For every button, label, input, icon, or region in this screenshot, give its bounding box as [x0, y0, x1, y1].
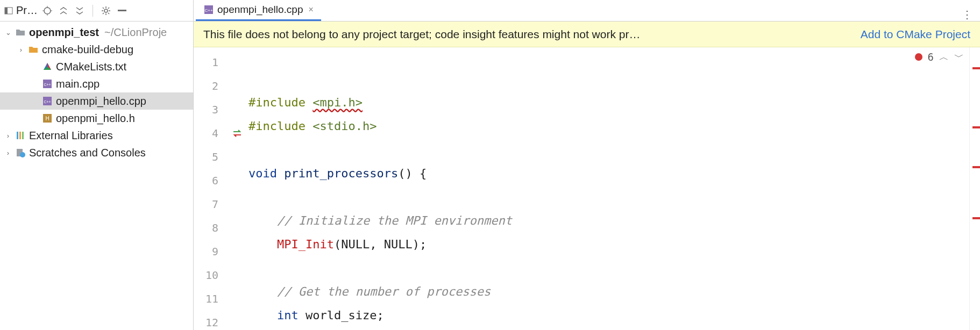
tree-arrow-icon[interactable]: ›	[17, 46, 25, 54]
code-line[interactable]	[248, 138, 969, 162]
error-marker[interactable]	[972, 67, 980, 69]
svg-rect-18	[17, 132, 18, 139]
tree-node-scratch[interactable]: ›Scratches and Consoles	[0, 144, 193, 161]
cpp-icon: C++	[42, 96, 53, 106]
tree-node-label: openpmi_hello.h	[56, 112, 135, 125]
error-marker[interactable]	[972, 217, 980, 219]
code-line[interactable]: int world_size;	[248, 304, 969, 327]
close-tab-icon[interactable]: ×	[309, 5, 314, 15]
next-highlight-icon[interactable]: ﹀	[954, 51, 964, 63]
code-line[interactable]: #include <stdio.h>	[248, 114, 969, 138]
line-number: 3	[194, 98, 226, 121]
tree-node-extlib[interactable]: ›External Libraries	[0, 127, 193, 144]
tab-overflow-menu-icon[interactable]: ⋮	[954, 8, 980, 21]
error-marker[interactable]	[972, 126, 980, 128]
toolbar-divider	[93, 5, 93, 17]
code-line[interactable]	[248, 256, 969, 280]
error-indicator-icon	[915, 53, 922, 61]
gutter-icon-slot	[226, 311, 248, 330]
locate-icon[interactable]	[42, 5, 53, 16]
gutter-icon-slot	[226, 287, 248, 311]
code-line[interactable]: void print_processors() {	[248, 162, 969, 185]
cmake-icon	[42, 61, 53, 72]
code-line[interactable]: #include <mpi.h>	[248, 91, 969, 114]
svg-point-7	[104, 9, 108, 12]
folder-icon	[15, 27, 26, 38]
svg-text:H: H	[45, 116, 49, 121]
folder-open-icon	[28, 44, 39, 55]
code-content[interactable]: 6 ︿ ﹀ #include <mpi.h>#include <stdio.h>…	[248, 47, 969, 330]
tree-node-cmakelists[interactable]: CMakeLists.txt	[0, 58, 193, 75]
tree-node-builddir[interactable]: ›cmake-build-debug	[0, 41, 193, 58]
project-title: Pr…	[3, 4, 38, 17]
hide-icon[interactable]	[117, 5, 127, 16]
svg-text:C++: C++	[204, 8, 212, 13]
line-number: 2	[194, 74, 226, 98]
line-number: 1	[194, 51, 226, 74]
tree-arrow-icon[interactable]: ⌄	[4, 28, 12, 37]
gutter-icon-slot	[226, 98, 248, 121]
tree-node-hellocpp[interactable]: C++openmpi_hello.cpp	[0, 92, 193, 110]
notification-action-link[interactable]: Add to CMake Project	[861, 28, 970, 41]
gutter-icon-slot	[226, 169, 248, 192]
tree-node-label: cmake-build-debug	[42, 44, 133, 56]
editor-notification-bar: This file does not belong to any project…	[194, 21, 980, 47]
line-number: 6	[194, 169, 226, 192]
tree-arrow-icon[interactable]: ›	[4, 149, 12, 157]
editor-area: C++ openmpi_hello.cpp × ⋮ This file does…	[194, 0, 980, 330]
tree-node-root[interactable]: ⌄openmpi_test~/CLionProje	[0, 24, 193, 41]
collapse-all-icon[interactable]	[74, 5, 85, 16]
code-line[interactable]: // Get the number of processes	[248, 280, 969, 304]
gutter-icon-slot	[226, 216, 248, 240]
editor-tab[interactable]: C++ openmpi_hello.cpp ×	[196, 0, 321, 21]
svg-point-2	[44, 8, 51, 14]
svg-text:C++: C++	[44, 83, 51, 87]
tree-node-helloh[interactable]: Hopenpmi_hello.h	[0, 110, 193, 127]
libs-icon	[15, 130, 26, 141]
gutter-icon-slot	[226, 121, 248, 145]
tree-node-maincpp[interactable]: C++main.cpp	[0, 75, 193, 92]
tree-node-label: main.cpp	[56, 78, 100, 90]
error-marker[interactable]	[972, 166, 980, 168]
line-number: 12	[194, 311, 226, 330]
svg-rect-8	[118, 10, 126, 11]
code-line[interactable]: MPI_Comm_size(MPI_COMM_WORLD, &world_siz…	[248, 327, 969, 330]
h-icon: H	[42, 113, 53, 124]
gutter-icon-slot	[226, 145, 248, 169]
editor-tab-bar: C++ openmpi_hello.cpp × ⋮	[194, 0, 980, 21]
line-number: 9	[194, 240, 226, 263]
swap-icon[interactable]	[232, 128, 243, 139]
expand-all-icon[interactable]	[58, 5, 69, 16]
project-tool-window: Pr… ⌄openmpi_test~/CLionProje›cmake-buil…	[0, 0, 194, 330]
notification-message: This file does not belong to any project…	[203, 28, 844, 41]
error-stripe[interactable]	[969, 47, 980, 330]
gutter-icon-slot	[226, 74, 248, 98]
project-toolwindow-header: Pr…	[0, 0, 193, 21]
line-number: 11	[194, 287, 226, 311]
svg-point-22	[20, 152, 25, 157]
code-line[interactable]: // Initialize the MPI environment	[248, 209, 969, 233]
tree-node-label: openmpi_hello.cpp	[56, 95, 146, 107]
tree-arrow-icon[interactable]: ›	[4, 132, 12, 140]
tree-node-label: openmpi_test	[29, 26, 99, 39]
gutter-icon-slot	[226, 192, 248, 216]
settings-icon[interactable]	[101, 5, 111, 16]
line-number: 4	[194, 121, 226, 145]
svg-rect-1	[5, 8, 8, 14]
code-line[interactable]: MPI_Init(NULL, NULL);	[248, 233, 969, 256]
tree-node-label: CMakeLists.txt	[56, 61, 126, 73]
svg-rect-19	[19, 132, 21, 139]
editor-tab-label: openmpi_hello.cpp	[217, 4, 303, 16]
inspection-widget[interactable]: 6 ︿ ﹀	[915, 51, 964, 63]
prev-highlight-icon[interactable]: ︿	[939, 51, 949, 63]
tree-node-label: External Libraries	[29, 130, 113, 142]
scratch-icon	[15, 147, 26, 158]
code-editor[interactable]: 123456789101112 6 ︿ ﹀ #include <mpi.h>#i…	[194, 47, 980, 330]
svg-text:C++: C++	[44, 100, 51, 104]
gutter-icon-slot	[226, 240, 248, 263]
code-line[interactable]	[248, 185, 969, 209]
project-tree[interactable]: ⌄openmpi_test~/CLionProje›cmake-build-de…	[0, 21, 193, 161]
gutter-icon-slot	[226, 51, 248, 74]
line-number-gutter: 123456789101112	[194, 47, 226, 330]
error-count: 6	[928, 51, 934, 63]
